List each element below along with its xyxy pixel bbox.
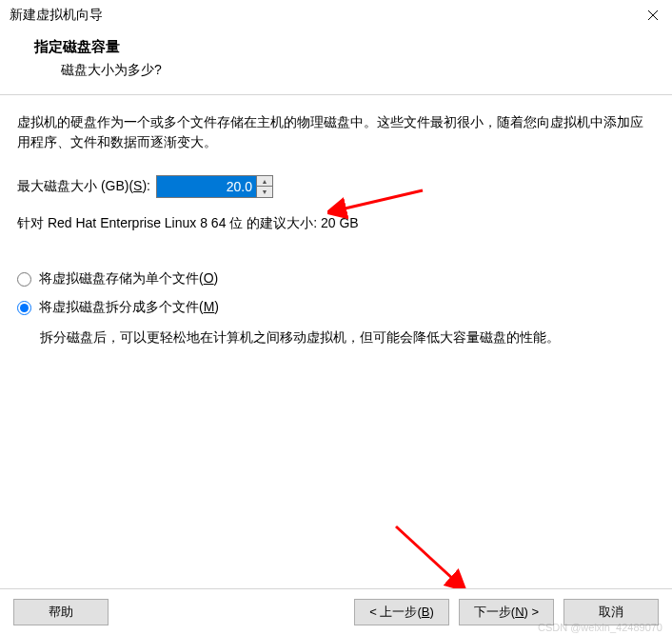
annotation-arrow-next: [386, 522, 472, 593]
recommended-size-text: 针对 Red Hat Enterprise Linux 8 64 位 的建议大小…: [17, 215, 655, 232]
page-subtitle: 磁盘大小为多少?: [34, 62, 643, 79]
window-title: 新建虚拟机向导: [10, 7, 103, 24]
svg-line-5: [396, 526, 455, 581]
single-file-radio[interactable]: [17, 272, 31, 287]
split-files-description: 拆分磁盘后，可以更轻松地在计算机之间移动虚拟机，但可能会降低大容量磁盘的性能。: [17, 327, 655, 347]
disk-size-label: 最大磁盘大小 (GB)(S):: [17, 178, 150, 195]
close-button[interactable]: [643, 6, 662, 25]
close-icon: [647, 10, 659, 21]
page-title: 指定磁盘容量: [34, 38, 643, 56]
disk-size-input[interactable]: [157, 176, 256, 197]
spinner-up-button[interactable]: ▲: [257, 176, 272, 187]
watermark-text: CSDN @weixin_42489070: [538, 622, 662, 633]
intro-text: 虚拟机的硬盘作为一个或多个文件存储在主机的物理磁盘中。这些文件最初很小，随着您向…: [17, 112, 655, 152]
split-files-label[interactable]: 将虚拟磁盘拆分成多个文件(M): [39, 299, 219, 316]
spinner-down-button[interactable]: ▼: [257, 187, 272, 197]
back-button[interactable]: < 上一步(B): [354, 599, 449, 625]
help-button[interactable]: 帮助: [13, 599, 109, 625]
split-files-radio[interactable]: [17, 301, 31, 315]
single-file-label[interactable]: 将虚拟磁盘存储为单个文件(O): [39, 270, 218, 288]
